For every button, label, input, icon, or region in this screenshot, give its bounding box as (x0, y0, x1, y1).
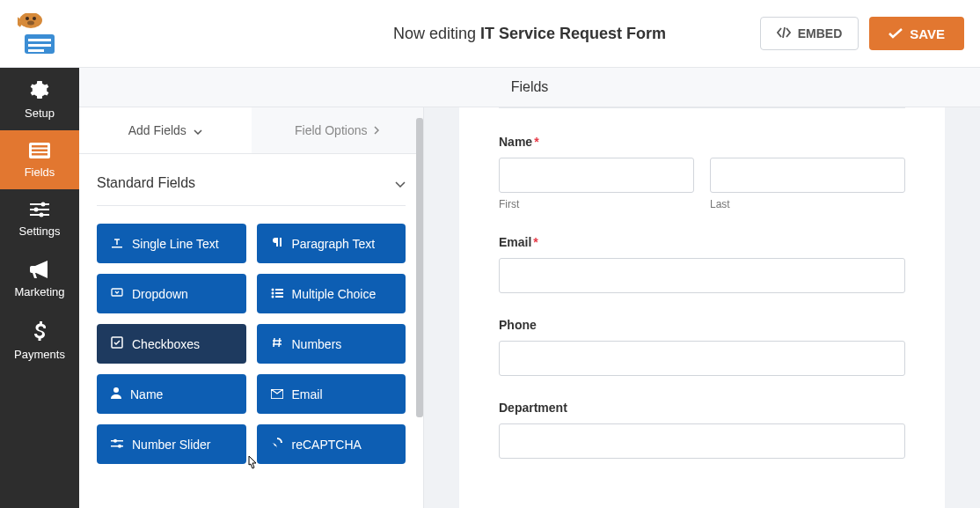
form-field-department[interactable]: Department (499, 401, 905, 459)
recaptcha-icon (271, 437, 283, 452)
field-label: Name* (499, 135, 905, 149)
last-name-input[interactable] (710, 158, 905, 193)
svg-rect-7 (28, 49, 44, 52)
svg-rect-10 (32, 150, 48, 152)
email-input[interactable] (499, 258, 905, 293)
sliders-icon (0, 202, 79, 217)
field-email[interactable]: Email (257, 374, 406, 414)
field-recaptcha[interactable]: reCAPTCHA (257, 424, 406, 464)
svg-point-2 (33, 17, 36, 20)
text-icon (111, 236, 123, 251)
svg-rect-12 (30, 203, 49, 205)
save-button[interactable]: SAVE (869, 17, 964, 50)
nav-label: Setup (25, 107, 55, 120)
nav-settings[interactable]: Settings (0, 189, 79, 248)
department-input[interactable] (499, 423, 905, 459)
first-name-input[interactable] (499, 158, 694, 193)
svg-rect-14 (30, 209, 49, 210)
nav-label: Payments (14, 348, 65, 361)
svg-point-3 (27, 21, 34, 26)
nav-marketing[interactable]: Marketing (0, 248, 79, 309)
scrollbar[interactable] (416, 118, 423, 435)
dropdown-icon (111, 286, 123, 301)
envelope-icon (271, 387, 283, 401)
svg-point-20 (271, 288, 274, 291)
panel-tab-field-options[interactable]: Field Options (252, 107, 424, 153)
svg-rect-9 (32, 145, 48, 148)
field-multiple-choice[interactable]: Multiple Choice (257, 274, 406, 313)
svg-rect-23 (275, 292, 283, 294)
form-preview[interactable]: Name* First Last (424, 107, 980, 508)
svg-point-24 (271, 295, 274, 298)
chevron-down-icon (395, 175, 406, 191)
svg-rect-18 (112, 247, 122, 248)
svg-point-32 (118, 444, 121, 447)
chevron-down-icon (194, 123, 202, 137)
svg-point-15 (34, 208, 39, 212)
gear-icon (0, 80, 79, 99)
svg-rect-29 (111, 440, 123, 442)
field-checkboxes[interactable]: Checkboxes (97, 324, 246, 364)
svg-point-22 (271, 291, 274, 294)
content-tab-header: Fields (79, 68, 980, 107)
hash-icon (271, 336, 283, 351)
field-name[interactable]: Name (97, 374, 246, 414)
field-paragraph-text[interactable]: Paragraph Text (257, 224, 406, 263)
nav-label: Settings (19, 225, 61, 238)
checkbox-icon (111, 336, 123, 351)
field-label: Email* (499, 235, 905, 249)
chevron-right-icon (374, 123, 379, 137)
svg-point-17 (40, 213, 44, 217)
svg-rect-6 (28, 44, 51, 47)
standard-fields-header[interactable]: Standard Fields (97, 175, 406, 206)
sublabel: Last (710, 198, 905, 210)
paragraph-icon (271, 236, 283, 251)
field-numbers[interactable]: Numbers (257, 324, 406, 364)
panel-tab-add-fields[interactable]: Add Fields (79, 107, 252, 153)
user-icon (111, 387, 121, 401)
nav-label: Fields (25, 166, 55, 179)
svg-point-30 (113, 438, 117, 442)
field-label: Department (499, 401, 905, 415)
svg-rect-21 (275, 289, 283, 291)
dollar-icon (0, 321, 79, 341)
svg-rect-19 (112, 289, 122, 296)
cursor-icon (244, 454, 260, 477)
form-field-name[interactable]: Name* First Last (499, 135, 905, 210)
svg-point-13 (41, 202, 46, 207)
field-label: Phone (499, 318, 905, 332)
nav-setup[interactable]: Setup (0, 68, 79, 130)
check-icon (889, 26, 903, 41)
field-dropdown[interactable]: Dropdown (97, 274, 246, 313)
svg-rect-25 (275, 296, 283, 298)
embed-button[interactable]: EMBED (760, 17, 859, 50)
phone-input[interactable] (499, 341, 905, 376)
list-icon (271, 287, 283, 301)
list-icon (0, 143, 79, 158)
svg-point-1 (26, 17, 29, 20)
nav-label: Marketing (14, 285, 64, 298)
form-field-phone[interactable]: Phone (499, 318, 905, 376)
app-logo[interactable] (0, 0, 79, 68)
svg-rect-11 (32, 153, 48, 156)
sublabel: First (499, 198, 694, 210)
nav-payments[interactable]: Payments (0, 309, 79, 372)
svg-rect-5 (28, 39, 51, 41)
code-icon (777, 26, 791, 40)
bullhorn-icon (0, 261, 79, 278)
nav-fields[interactable]: Fields (0, 130, 79, 189)
slider-icon (111, 438, 123, 452)
field-single-line-text[interactable]: Single Line Text (97, 224, 246, 263)
field-number-slider[interactable]: Number Slider (97, 424, 246, 464)
form-field-email[interactable]: Email* (499, 235, 905, 293)
svg-point-27 (113, 387, 119, 393)
